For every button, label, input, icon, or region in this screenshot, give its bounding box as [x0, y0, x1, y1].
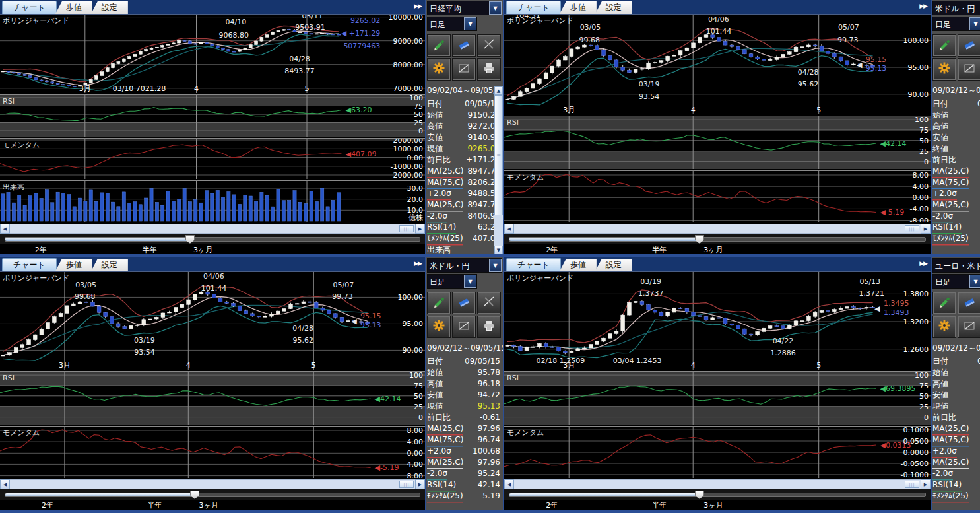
instrument-select[interactable]: 日経平均 ▼: [427, 1, 502, 15]
tab-overflow-icon[interactable]: ▶▶: [414, 3, 422, 9]
zoom-slider[interactable]: [504, 489, 931, 500]
rsi-chart[interactable]: ◀42.141007550250RSI: [0, 371, 425, 425]
scroll-up-button[interactable]: ▲: [494, 86, 503, 95]
scroll-left-button[interactable]: ◀: [504, 224, 514, 234]
horizontal-scrollbar[interactable]: ◀ ||| ▶: [504, 224, 931, 234]
clear-drawings-button[interactable]: [958, 58, 980, 81]
chevron-down-icon[interactable]: ▼: [969, 17, 980, 30]
horizontal-scrollbar[interactable]: ◀ ||| ▶: [504, 479, 931, 489]
print-button[interactable]: [477, 316, 501, 338]
pencil-button[interactable]: [427, 292, 451, 314]
period-select[interactable]: 日足 ▼: [932, 274, 980, 289]
tab-overflow-icon[interactable]: ▶▶: [919, 3, 927, 9]
trendline-delete-button[interactable]: [477, 292, 501, 314]
tab-settings[interactable]: 設定: [595, 259, 632, 271]
zoom-slider-track[interactable]: [509, 493, 926, 497]
scroll-right-button[interactable]: ▶: [921, 479, 931, 489]
tab-quotes[interactable]: 歩値: [560, 259, 597, 271]
tab-chart[interactable]: チャート: [2, 1, 57, 14]
scroll-right-button[interactable]: ▶: [415, 479, 425, 489]
chevron-down-icon[interactable]: ▼: [489, 259, 502, 272]
scrollbar-thumb[interactable]: |||: [905, 225, 919, 232]
scrollbar-track[interactable]: |||: [514, 224, 921, 234]
eraser-button[interactable]: [958, 292, 980, 314]
scroll-down-button[interactable]: ▼: [494, 246, 503, 254]
tab-overflow-icon[interactable]: ▶▶: [414, 260, 422, 267]
scrollbar-track[interactable]: ≡: [494, 95, 503, 246]
settings-gear-button[interactable]: [427, 316, 451, 338]
eraser-button[interactable]: [452, 34, 476, 57]
price-chart[interactable]: 100.0095.0090.003月45104.3103/0599.6804/0…: [504, 14, 931, 114]
tab-chart[interactable]: チャート: [2, 258, 57, 271]
momentum-chart[interactable]: ◀-5.198.004.000.00-4.00-8.00モメンタム: [0, 426, 425, 478]
tab-chart[interactable]: チャート: [506, 258, 561, 271]
instrument-select[interactable]: ユーロ・米ドル ▼: [932, 258, 980, 273]
rsi-chart[interactable]: ◀42.141007550250RSI: [504, 116, 931, 169]
zoom-slider-thumb[interactable]: [185, 235, 195, 244]
horizontal-scrollbar[interactable]: ◀ ||| ▶: [0, 479, 425, 489]
zoom-slider[interactable]: [0, 489, 425, 500]
scrollbar-track[interactable]: |||: [514, 479, 921, 489]
scroll-left-button[interactable]: ◀: [0, 224, 10, 234]
scroll-left-button[interactable]: ◀: [0, 479, 10, 489]
chevron-down-icon[interactable]: ▼: [464, 17, 476, 30]
zoom-slider[interactable]: [0, 234, 425, 244]
scrollbar-track[interactable]: |||: [10, 479, 415, 489]
settings-gear-button[interactable]: [932, 316, 956, 338]
trendline-delete-button[interactable]: [477, 34, 501, 57]
scrollbar-thumb[interactable]: |||: [399, 481, 414, 488]
pencil-button[interactable]: [427, 34, 451, 57]
scroll-right-button[interactable]: ▶: [921, 224, 931, 234]
zoom-slider-thumb[interactable]: [190, 491, 199, 499]
tab-settings[interactable]: 設定: [595, 1, 632, 14]
zoom-slider-track[interactable]: [509, 237, 926, 242]
print-button[interactable]: [477, 58, 501, 81]
price-chart[interactable]: 10000.009000.008000.007000.003月03/10 702…: [0, 14, 425, 93]
price-chart[interactable]: 1.38001.32001.26001.20003月4503/191.37370…: [504, 271, 931, 370]
price-chart[interactable]: 100.0095.0090.003月4503/0599.6804/06101.4…: [0, 271, 425, 370]
pencil-button[interactable]: [932, 34, 956, 57]
momentum-chart[interactable]: ◀-5.198.004.000.00-4.00-8.00モメンタム: [504, 170, 931, 222]
settings-gear-button[interactable]: [427, 58, 451, 81]
tab-overflow-icon[interactable]: ▶▶: [919, 260, 927, 267]
tab-chart[interactable]: チャート: [506, 1, 561, 14]
tab-quotes[interactable]: 歩値: [55, 1, 92, 14]
settings-gear-button[interactable]: [932, 58, 956, 81]
rsi-chart[interactable]: ◀69.38951007550250RSI: [504, 371, 931, 425]
period-select[interactable]: 日足 ▼: [427, 274, 477, 289]
momentum-chart[interactable]: ◀407.092000.001000.000.00-1000.00-2000.0…: [0, 138, 425, 179]
eraser-button[interactable]: [958, 34, 980, 57]
horizontal-scrollbar[interactable]: ◀ ||| ▶: [0, 224, 425, 234]
tab-settings[interactable]: 設定: [91, 259, 128, 271]
scrollbar-thumb[interactable]: |||: [399, 225, 414, 232]
zoom-slider-track[interactable]: [5, 237, 420, 242]
vertical-scrollbar[interactable]: ▲ ≡ ▼: [494, 86, 503, 254]
chevron-down-icon[interactable]: ▼: [464, 275, 476, 288]
clear-drawings-button[interactable]: [452, 58, 476, 81]
chevron-down-icon[interactable]: ▼: [969, 275, 980, 288]
eraser-button[interactable]: [452, 292, 476, 314]
scroll-right-button[interactable]: ▶: [415, 224, 425, 234]
scrollbar-thumb[interactable]: ≡: [494, 95, 503, 215]
chevron-down-icon[interactable]: ▼: [489, 1, 502, 15]
instrument-select[interactable]: 米ドル・円 ▼: [932, 1, 980, 15]
period-select[interactable]: 日足 ▼: [932, 17, 980, 31]
volume-chart[interactable]: 30.020.010.0億株出来高: [0, 180, 425, 222]
zoom-slider-thumb[interactable]: [695, 235, 704, 244]
rsi-chart[interactable]: ◀63.201007550250RSI: [0, 94, 425, 137]
scroll-left-button[interactable]: ◀: [504, 479, 514, 489]
tab-settings[interactable]: 設定: [91, 1, 128, 14]
tab-quotes[interactable]: 歩値: [560, 1, 597, 14]
clear-drawings-button[interactable]: [958, 316, 980, 338]
instrument-select[interactable]: 米ドル・円 ▼: [427, 258, 502, 273]
scrollbar-thumb[interactable]: |||: [905, 481, 919, 488]
period-select[interactable]: 日足 ▼: [427, 17, 477, 31]
tab-quotes[interactable]: 歩値: [55, 259, 92, 271]
zoom-slider[interactable]: [504, 234, 931, 244]
scrollbar-track[interactable]: |||: [10, 224, 415, 234]
momentum-chart[interactable]: ◀0.03130.10000.05000.0000-0.0500-0.1000モ…: [504, 426, 931, 478]
zoom-slider-track[interactable]: [5, 493, 420, 497]
clear-drawings-button[interactable]: [452, 316, 476, 338]
zoom-slider-thumb[interactable]: [695, 491, 704, 499]
pencil-button[interactable]: [932, 292, 956, 314]
